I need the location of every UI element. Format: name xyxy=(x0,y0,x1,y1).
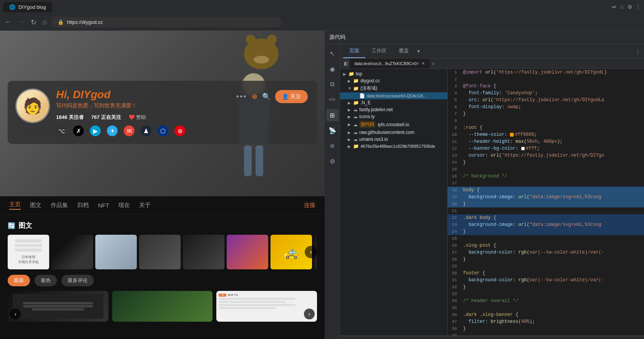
nav-item-archive[interactable]: 归档 xyxy=(77,202,89,209)
code-line: 4 font-family: 'Candyshop'; xyxy=(448,90,644,97)
code-line: 11 --header-height: max(50vh, 400px); xyxy=(448,138,644,145)
rss-button[interactable]: ⊕ xyxy=(252,92,257,101)
code-line: 16 /* background */ xyxy=(448,173,644,180)
bilibili-icon[interactable]: ▶ xyxy=(90,125,101,136)
dt-icon-code[interactable]: </> xyxy=(326,94,339,106)
tab-overrides[interactable]: 覆盖 xyxy=(393,44,415,58)
followers-stat[interactable]: 1846 关注者 xyxy=(56,114,84,121)
ft-ne[interactable]: ▶ 📁 .N_E xyxy=(340,99,447,106)
address-bar[interactable]: 🔒 https://diygod.cc xyxy=(51,17,282,27)
dt-icon-pointer[interactable]: ↖ xyxy=(326,47,339,60)
ft-chevron: ▶ xyxy=(348,144,352,149)
more-button[interactable]: ••• xyxy=(236,93,247,101)
code-line: 28 } xyxy=(448,256,644,263)
playstation-icon[interactable]: ⬡ xyxy=(158,125,168,136)
open-file-tab[interactable]: data:text/css;b...9uZTsKICB9Cn0= ✕ xyxy=(350,58,430,68)
ft-chevron: ▶ xyxy=(343,72,347,76)
ft-css-file[interactable]: 📄 data:text/css;base64,QGltcG9ydCBCBcmw xyxy=(340,92,447,99)
extensions-icon[interactable]: ⚙ xyxy=(627,4,632,10)
ft-fastly[interactable]: ▶ ☁ fastly.jsdelivr.net xyxy=(340,106,447,113)
image-thumb-2[interactable] xyxy=(51,235,93,269)
following-stat[interactable]: 767 正在关注 xyxy=(91,114,121,121)
nav-item-images[interactable]: 图文 xyxy=(30,202,41,209)
ft-folder-icon: 📁 xyxy=(349,71,354,77)
file-tab-overflow[interactable]: › xyxy=(432,60,434,67)
github-icon[interactable]: ⌥ xyxy=(56,125,67,136)
nav-left[interactable]: ‹ xyxy=(345,337,347,339)
lock-icon: 🔒 xyxy=(58,19,64,25)
telegram-icon[interactable]: ✈ xyxy=(107,125,118,136)
ft-label: raw.githubusercontent.com xyxy=(359,130,414,135)
file-panel-toggle[interactable]: ◧ xyxy=(343,60,349,67)
devtools-sidebar-icons: ↖ ◉ ⧉ </> ⊞ 📡 ≋ ⚙ ⚙ + xyxy=(325,44,340,339)
gmail-icon[interactable]: ✉ xyxy=(124,125,134,136)
ft-chevron: ▶ xyxy=(348,101,352,105)
nav-item-now[interactable]: 现在 xyxy=(118,202,130,209)
sponsor-link[interactable]: ❤️ 赞助 xyxy=(129,114,146,121)
sources-tabs: 页面 工作区 覆盖 ▼ ⋮ xyxy=(340,44,644,58)
ft-iconsby[interactable]: ▶ ☁ icons.ly xyxy=(340,113,447,120)
ft-sourcescode[interactable]: ▶ ☁ 源代码 ipfs.crossbell.io xyxy=(340,120,447,129)
ft-nodomain[interactable]: ▼ 📁 (没有域) xyxy=(340,84,447,92)
dt-icon-sources[interactable]: ⊞ xyxy=(326,109,339,121)
browser-tab-bar: 🌐 DIYgod blog ⇌ ☆ ⚙ ⋮ xyxy=(0,0,644,14)
image-thumb-3[interactable] xyxy=(95,235,137,269)
post-row: $$18 TS › ‹ xyxy=(8,291,317,322)
tabs-dropdown[interactable]: ▼ xyxy=(417,49,421,53)
nav-item-nft[interactable]: NFT xyxy=(98,202,109,209)
image-thumb-1[interactable]: 日常使用不用打开手机 xyxy=(8,235,49,269)
ft-folder-icon: 📁 xyxy=(353,144,359,149)
file-tab-close[interactable]: ✕ xyxy=(421,61,425,66)
ft-label: fastly.jsdelivr.net xyxy=(359,107,393,112)
ft-file-icon: 📄 xyxy=(359,93,365,99)
nav-right[interactable]: › xyxy=(556,337,558,339)
nintendo-icon[interactable]: ⊕ xyxy=(174,125,185,136)
tab-hot[interactable]: 最热 xyxy=(35,275,57,286)
back-button[interactable]: ← xyxy=(3,17,13,28)
image-thumb-6[interactable] xyxy=(227,235,268,269)
ft-umami[interactable]: ▶ ☁ umami.rss3.io xyxy=(340,136,447,143)
nav-item-works[interactable]: 作品集 xyxy=(51,202,68,209)
search-button[interactable]: 🔍 xyxy=(262,92,271,101)
ft-hash-file[interactable]: ▶ 📁 4676e35e488aec1c629b7089517936de xyxy=(340,143,447,150)
nav-connect[interactable]: 连接 xyxy=(304,202,315,209)
image-grid-next-button[interactable]: › xyxy=(305,246,317,258)
dt-icon-network[interactable]: 📡 xyxy=(326,124,339,137)
dt-icon-layers[interactable]: ⧉ xyxy=(326,78,339,90)
translate-icon[interactable]: ⇌ xyxy=(612,4,616,10)
post-next-button[interactable]: › xyxy=(304,309,315,319)
nav-item-home[interactable]: 主页 xyxy=(9,201,21,210)
post-thumb-3[interactable]: $$18 TS xyxy=(216,291,317,322)
ft-top[interactable]: ▶ 📁 top xyxy=(340,70,447,77)
twitter-icon[interactable]: ✗ xyxy=(73,125,84,136)
home-button[interactable]: ⌂ xyxy=(41,17,48,28)
bookmark-icon[interactable]: ☆ xyxy=(619,4,624,10)
dt-icon-memory[interactable]: ⚙ xyxy=(326,155,339,167)
tab-latest[interactable]: 最新 xyxy=(8,275,30,286)
post-thumb-1[interactable] xyxy=(8,291,108,322)
menu-icon[interactable]: ⋮ xyxy=(636,4,641,10)
dt-icon-performance[interactable]: ≋ xyxy=(326,140,339,152)
code-line: 25 xyxy=(448,235,644,242)
refresh-button[interactable]: ↻ xyxy=(29,17,38,28)
post-thumb-2[interactable] xyxy=(112,291,213,322)
tabs-more[interactable]: ⋮ xyxy=(635,48,641,55)
ft-diygod[interactable]: ▶ 📁 diygod.cc xyxy=(340,77,447,84)
ft-raw-github[interactable]: ▶ ☁ raw.githubusercontent.com xyxy=(340,129,447,136)
blog-panel: 🧑 Hi, DIYgod 写代码是热爱，写到世界充满爱！ 1846 关注者 76… xyxy=(0,31,325,339)
image-thumb-4[interactable] xyxy=(139,235,181,269)
tab-workspace[interactable]: 工作区 xyxy=(365,44,393,58)
forward-button[interactable]: → xyxy=(16,17,26,28)
post-prev-button[interactable]: ‹ xyxy=(10,309,21,319)
tab-page[interactable]: 页面 xyxy=(343,44,365,58)
avatar: 🧑 xyxy=(15,89,50,123)
follow-button[interactable]: 👤 关注 xyxy=(275,90,308,103)
steam-icon[interactable]: ♟ xyxy=(141,125,151,136)
nav-item-about[interactable]: 关于 xyxy=(139,202,151,209)
post-tabs: 最新 最热 最多评论 xyxy=(8,275,317,286)
active-tab[interactable]: 🌐 DIYgod blog xyxy=(3,2,52,12)
image-thumb-5[interactable] xyxy=(183,235,224,269)
tab-most-comments[interactable]: 最多评论 xyxy=(61,275,94,286)
dt-icon-circle[interactable]: ◉ xyxy=(326,63,339,75)
ft-folder-icon: 📁 xyxy=(353,86,359,91)
